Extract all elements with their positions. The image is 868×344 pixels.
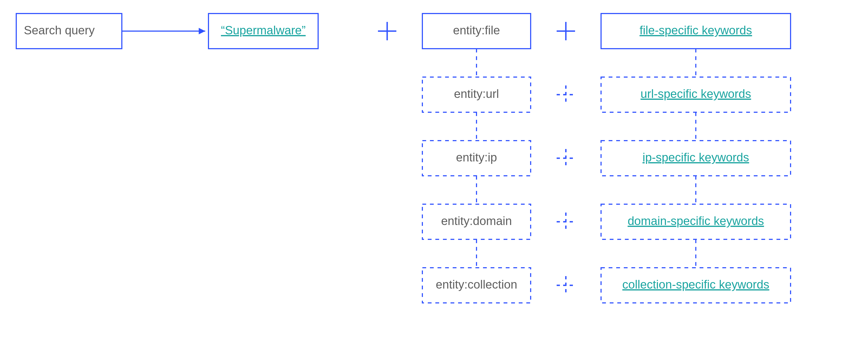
- keywords-link-4[interactable]: collection-specific keywords: [622, 278, 770, 291]
- keywords-link-2[interactable]: ip-specific keywords: [643, 151, 749, 164]
- entity-label-3: entity:domain: [441, 214, 512, 228]
- keywords-link-0[interactable]: file-specific keywords: [640, 24, 752, 37]
- plus-icon-row-2: [557, 149, 575, 167]
- plus-icon-row-3: [557, 213, 575, 231]
- keywords-link-3[interactable]: domain-specific keywords: [627, 214, 764, 228]
- plus-icon-row-4: [557, 276, 575, 295]
- search-query-label: Search query: [24, 24, 95, 37]
- entity-label-4: entity:collection: [436, 278, 517, 291]
- plus-icon-main: [378, 22, 396, 40]
- plus-icon-row-1: [557, 85, 575, 104]
- plus-icon-row-0: [557, 22, 575, 40]
- search-query-diagram: Search query“Supermalware”entity:filefil…: [0, 0, 868, 344]
- supermalware-link[interactable]: “Supermalware”: [221, 24, 306, 37]
- entity-label-1: entity:url: [454, 87, 499, 100]
- entity-label-2: entity:ip: [456, 151, 497, 164]
- arrow-head: [199, 28, 205, 34]
- entity-label-0: entity:file: [453, 24, 500, 37]
- keywords-link-1[interactable]: url-specific keywords: [641, 87, 751, 100]
